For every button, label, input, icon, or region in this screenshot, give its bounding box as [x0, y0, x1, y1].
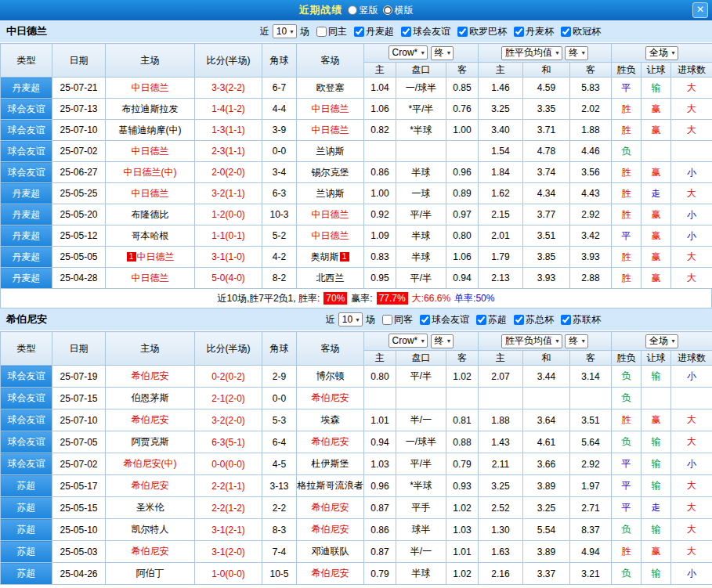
score-cell: 3-3(2-2) — [195, 78, 262, 99]
euro-draw-odds: 3.37 — [523, 563, 570, 585]
ah-away-odds: 0.79 — [446, 453, 479, 475]
filter-league-europa[interactable]: 欧罗巴杯 — [457, 25, 507, 38]
ah-home-odds: 0.80 — [364, 366, 396, 388]
ah-home-odds: 0.94 — [364, 431, 396, 453]
chevron-down-icon: ▼ — [580, 50, 586, 56]
odds-company-select[interactable]: Crow*▼ — [389, 45, 428, 60]
home-team: 中日德兰 — [106, 268, 195, 289]
euro-odds-select[interactable]: 胜平负均值▼ — [501, 46, 562, 60]
home-team: 阿贾克斯 — [106, 431, 195, 453]
goals-cell: 大 — [671, 541, 712, 563]
horizontal-radio-input[interactable] — [383, 5, 392, 15]
give-cell: 赢 — [642, 225, 671, 247]
score-cell: 0-0(0-0) — [195, 453, 262, 475]
ah-odds-header: Crow*▼ 终▼ — [364, 332, 479, 351]
score-cell: 2-1(2-0) — [195, 388, 262, 409]
corner-cell: 6-3 — [262, 183, 297, 204]
filter-checkbox[interactable] — [561, 27, 571, 37]
filter-checkbox[interactable] — [401, 27, 411, 37]
scope-select[interactable]: 全场▼ — [645, 46, 678, 60]
match-date: 25-05-12 — [52, 225, 106, 247]
home-team-name: 中日德兰 — [132, 146, 169, 157]
chevron-down-icon: ▼ — [446, 338, 452, 344]
home-team: 阿伯丁 — [106, 563, 195, 585]
corner-cell: 0-0 — [262, 388, 297, 409]
corner-cell: 6-4 — [262, 431, 297, 453]
near-count-select[interactable]: 10▼ — [338, 312, 363, 326]
result-cell: 平 — [612, 225, 642, 247]
close-icon: ✕ — [696, 4, 704, 15]
filter-checkbox[interactable] — [457, 27, 468, 37]
ah-away-odds: 1.02 — [446, 497, 479, 519]
euro-away-odds: 4.94 — [570, 541, 612, 563]
ah-away-odds: 0.76 — [446, 99, 479, 120]
col-header-eu-home: 主 — [479, 351, 523, 366]
filter-checkbox[interactable] — [420, 315, 430, 325]
odds-company-select[interactable]: Crow*▼ — [389, 334, 428, 348]
ah-line: 平/半 — [396, 453, 446, 475]
give-cell: 赢 — [642, 268, 671, 289]
filter-same-home[interactable]: 同主 — [316, 25, 347, 38]
near-count-select[interactable]: 10▼ — [273, 24, 297, 38]
home-team: 希伯尼安 — [106, 541, 195, 563]
filter-checkbox[interactable] — [514, 315, 524, 325]
ah-line: 半球 — [396, 162, 446, 183]
filter-league-club-friendly[interactable]: 球会友谊 — [420, 313, 469, 326]
goals-cell: 大 — [671, 431, 712, 453]
filter-league-champions[interactable]: 欧冠杯 — [561, 25, 601, 38]
euro-home-odds: 2.07 — [479, 366, 523, 388]
layout-radio-horizontal[interactable]: 横版 — [383, 4, 414, 17]
filter-league-danish-superliga[interactable]: 丹麦超 — [354, 25, 394, 38]
close-button[interactable]: ✕ — [692, 2, 708, 18]
filter-checkbox[interactable] — [476, 315, 486, 325]
filter-league-scottish-cup[interactable]: 苏总杯 — [514, 313, 554, 326]
home-team: 希伯尼安 — [106, 475, 195, 497]
scope-select[interactable]: 全场▼ — [645, 334, 678, 348]
give-cell: 赢 — [642, 162, 671, 183]
filter-same-away[interactable]: 同客 — [382, 313, 413, 326]
match-date: 25-06-27 — [52, 162, 106, 183]
odds-stage-select[interactable]: 终▼ — [431, 334, 454, 348]
filter-league-club-friendly[interactable]: 球会友谊 — [401, 25, 450, 38]
euro-stage-select[interactable]: 终▼ — [565, 46, 588, 60]
euro-home-odds — [479, 388, 523, 409]
league-type: 苏超 — [1, 519, 52, 541]
result-cell: 胜 — [612, 204, 642, 225]
ah-line: 半球 — [396, 247, 446, 268]
vertical-radio-input[interactable] — [348, 5, 357, 15]
filter-checkbox[interactable] — [561, 315, 571, 325]
league-type: 球会友谊 — [1, 366, 52, 388]
home-team: 中日德兰 — [106, 78, 195, 99]
near-label: 近 — [326, 313, 335, 326]
ah-away-odds: 0.94 — [446, 268, 479, 289]
odds-stage-select[interactable]: 终▼ — [431, 46, 454, 60]
filter-checkbox[interactable] — [354, 27, 364, 37]
filter-league-danish-cup[interactable]: 丹麦杯 — [514, 25, 554, 38]
filter-league-scottish-prem[interactable]: 苏超 — [476, 313, 507, 326]
league-type: 苏超 — [1, 541, 52, 563]
filter-checkbox[interactable] — [316, 27, 327, 37]
col-header-away: 客场 — [297, 44, 364, 78]
home-team-name: 圣米伦 — [136, 502, 164, 513]
ah-line: 一/球半 — [396, 78, 446, 99]
euro-home-odds: 3.25 — [479, 99, 523, 120]
home-team: 布隆德比 — [106, 204, 195, 225]
away-team: 欧登塞 — [297, 78, 364, 99]
euro-home-odds: 1.46 — [479, 78, 523, 99]
euro-stage-select[interactable]: 终▼ — [565, 334, 588, 348]
euro-odds-select[interactable]: 胜平负均值▼ — [501, 334, 562, 348]
filter-checkbox[interactable] — [382, 315, 392, 325]
recent-form-dialog: 近期战绩 竖版 横版 ✕ 中日德兰 近 10▼ 场 同主 丹麦超 球会友谊 — [0, 0, 712, 585]
euro-home-odds: 2.16 — [479, 563, 523, 585]
layout-radio-vertical[interactable]: 竖版 — [348, 4, 378, 17]
league-type: 球会友谊 — [1, 388, 52, 409]
filter-checkbox[interactable] — [514, 27, 524, 37]
league-type: 球会友谊 — [1, 120, 52, 141]
result-cell: 平 — [612, 453, 642, 475]
league-type: 球会友谊 — [1, 453, 52, 475]
goals-cell: 大 — [671, 99, 712, 120]
summary-give-label: 赢率: — [351, 292, 372, 305]
corner-cell: 4-4 — [262, 99, 297, 120]
home-team: 哥本哈根 — [106, 225, 195, 247]
filter-league-scottish-league-cup[interactable]: 苏联杯 — [561, 313, 601, 326]
